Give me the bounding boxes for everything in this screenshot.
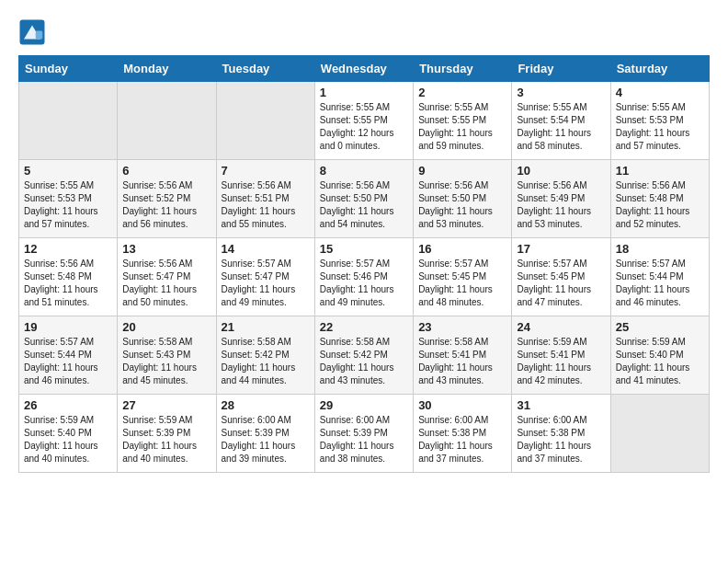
- day-number: 26: [24, 398, 112, 412]
- day-number: 6: [122, 164, 210, 178]
- calendar-cell: 20Sunrise: 5:58 AM Sunset: 5:43 PM Dayli…: [118, 316, 216, 395]
- day-number: 30: [418, 398, 506, 412]
- day-number: 9: [418, 164, 506, 178]
- calendar-cell: 17Sunrise: 5:57 AM Sunset: 5:45 PM Dayli…: [512, 238, 610, 316]
- calendar-week-2: 5Sunrise: 5:55 AM Sunset: 5:53 PM Daylig…: [19, 160, 710, 238]
- cell-info: Sunrise: 5:56 AM Sunset: 5:50 PM Dayligh…: [320, 179, 408, 231]
- weekday-header-saturday: Saturday: [610, 56, 709, 82]
- calendar-cell: 31Sunrise: 6:00 AM Sunset: 5:38 PM Dayli…: [512, 395, 610, 473]
- weekday-header-sunday: Sunday: [19, 56, 118, 82]
- weekday-header-tuesday: Tuesday: [216, 56, 314, 82]
- calendar-cell: 18Sunrise: 5:57 AM Sunset: 5:44 PM Dayli…: [610, 238, 709, 316]
- calendar-cell: 30Sunrise: 6:00 AM Sunset: 5:38 PM Dayli…: [414, 395, 512, 473]
- day-number: 4: [616, 86, 704, 99]
- calendar-cell: 3Sunrise: 5:55 AM Sunset: 5:54 PM Daylig…: [512, 82, 610, 160]
- calendar-week-3: 12Sunrise: 5:56 AM Sunset: 5:48 PM Dayli…: [19, 238, 710, 316]
- cell-info: Sunrise: 5:57 AM Sunset: 5:47 PM Dayligh…: [222, 258, 310, 309]
- calendar-cell: [216, 82, 314, 160]
- calendar-cell: [118, 82, 216, 160]
- calendar-cell: 6Sunrise: 5:56 AM Sunset: 5:52 PM Daylig…: [118, 160, 216, 238]
- calendar-cell: 21Sunrise: 5:58 AM Sunset: 5:42 PM Dayli…: [216, 316, 314, 395]
- cell-info: Sunrise: 5:55 AM Sunset: 5:55 PM Dayligh…: [320, 101, 408, 153]
- calendar-week-4: 19Sunrise: 5:57 AM Sunset: 5:44 PM Dayli…: [19, 316, 710, 395]
- page-header: [18, 18, 710, 46]
- calendar-cell: 29Sunrise: 6:00 AM Sunset: 5:39 PM Dayli…: [314, 395, 413, 473]
- cell-info: Sunrise: 5:56 AM Sunset: 5:50 PM Dayligh…: [418, 179, 506, 231]
- calendar-cell: 11Sunrise: 5:56 AM Sunset: 5:48 PM Dayli…: [610, 160, 709, 238]
- day-number: 29: [320, 398, 408, 412]
- cell-info: Sunrise: 5:57 AM Sunset: 5:44 PM Dayligh…: [616, 258, 704, 309]
- day-number: 15: [320, 242, 408, 256]
- cell-info: Sunrise: 5:55 AM Sunset: 5:53 PM Dayligh…: [24, 179, 112, 231]
- svg-rect-2: [36, 31, 43, 40]
- day-number: 1: [320, 86, 408, 99]
- calendar-cell: 10Sunrise: 5:56 AM Sunset: 5:49 PM Dayli…: [512, 160, 610, 238]
- logo: [18, 18, 50, 46]
- calendar-cell: 23Sunrise: 5:58 AM Sunset: 5:41 PM Dayli…: [414, 316, 512, 395]
- day-number: 22: [320, 320, 408, 334]
- day-number: 21: [222, 320, 310, 334]
- weekday-header-friday: Friday: [512, 56, 610, 82]
- day-number: 14: [222, 242, 310, 256]
- day-number: 2: [418, 86, 506, 99]
- day-number: 27: [122, 398, 210, 412]
- day-number: 17: [517, 242, 605, 256]
- day-number: 16: [418, 242, 506, 256]
- weekday-header-monday: Monday: [118, 56, 216, 82]
- cell-info: Sunrise: 6:00 AM Sunset: 5:38 PM Dayligh…: [517, 414, 605, 465]
- day-number: 13: [122, 242, 210, 256]
- calendar-cell: 12Sunrise: 5:56 AM Sunset: 5:48 PM Dayli…: [19, 238, 118, 316]
- cell-info: Sunrise: 5:59 AM Sunset: 5:40 PM Dayligh…: [616, 336, 704, 387]
- logo-icon: [18, 18, 46, 46]
- day-number: 11: [616, 164, 704, 178]
- calendar-cell: 24Sunrise: 5:59 AM Sunset: 5:41 PM Dayli…: [512, 316, 610, 395]
- calendar-cell: 25Sunrise: 5:59 AM Sunset: 5:40 PM Dayli…: [610, 316, 709, 395]
- cell-info: Sunrise: 6:00 AM Sunset: 5:38 PM Dayligh…: [418, 414, 506, 465]
- cell-info: Sunrise: 5:57 AM Sunset: 5:44 PM Dayligh…: [24, 336, 112, 387]
- calendar-cell: 2Sunrise: 5:55 AM Sunset: 5:55 PM Daylig…: [414, 82, 512, 160]
- cell-info: Sunrise: 5:56 AM Sunset: 5:47 PM Dayligh…: [122, 258, 210, 309]
- day-number: 18: [616, 242, 704, 256]
- calendar-cell: 26Sunrise: 5:59 AM Sunset: 5:40 PM Dayli…: [19, 395, 118, 473]
- day-number: 24: [517, 320, 605, 334]
- calendar-cell: [610, 395, 709, 473]
- day-number: 7: [222, 164, 310, 178]
- cell-info: Sunrise: 5:58 AM Sunset: 5:42 PM Dayligh…: [222, 336, 310, 387]
- day-number: 23: [418, 320, 506, 334]
- cell-info: Sunrise: 5:56 AM Sunset: 5:51 PM Dayligh…: [222, 179, 310, 231]
- day-number: 12: [24, 242, 112, 256]
- calendar-cell: 28Sunrise: 6:00 AM Sunset: 5:39 PM Dayli…: [216, 395, 314, 473]
- calendar-cell: 7Sunrise: 5:56 AM Sunset: 5:51 PM Daylig…: [216, 160, 314, 238]
- day-number: 3: [517, 86, 605, 99]
- cell-info: Sunrise: 5:58 AM Sunset: 5:43 PM Dayligh…: [122, 336, 210, 387]
- calendar-week-1: 1Sunrise: 5:55 AM Sunset: 5:55 PM Daylig…: [19, 82, 710, 160]
- cell-info: Sunrise: 5:58 AM Sunset: 5:42 PM Dayligh…: [320, 336, 408, 387]
- calendar-cell: 4Sunrise: 5:55 AM Sunset: 5:53 PM Daylig…: [610, 82, 709, 160]
- cell-info: Sunrise: 5:59 AM Sunset: 5:41 PM Dayligh…: [517, 336, 605, 387]
- calendar-table: SundayMondayTuesdayWednesdayThursdayFrid…: [18, 55, 710, 473]
- cell-info: Sunrise: 5:55 AM Sunset: 5:54 PM Dayligh…: [517, 101, 605, 153]
- cell-info: Sunrise: 6:00 AM Sunset: 5:39 PM Dayligh…: [222, 414, 310, 465]
- calendar-cell: 27Sunrise: 5:59 AM Sunset: 5:39 PM Dayli…: [118, 395, 216, 473]
- weekday-header-thursday: Thursday: [414, 56, 512, 82]
- calendar-cell: 15Sunrise: 5:57 AM Sunset: 5:46 PM Dayli…: [314, 238, 413, 316]
- day-number: 28: [222, 398, 310, 412]
- cell-info: Sunrise: 5:56 AM Sunset: 5:52 PM Dayligh…: [122, 179, 210, 231]
- weekday-header-wednesday: Wednesday: [314, 56, 413, 82]
- day-number: 31: [517, 398, 605, 412]
- day-number: 10: [517, 164, 605, 178]
- calendar-cell: 5Sunrise: 5:55 AM Sunset: 5:53 PM Daylig…: [19, 160, 118, 238]
- cell-info: Sunrise: 5:56 AM Sunset: 5:49 PM Dayligh…: [517, 179, 605, 231]
- calendar-week-5: 26Sunrise: 5:59 AM Sunset: 5:40 PM Dayli…: [19, 395, 710, 473]
- cell-info: Sunrise: 5:56 AM Sunset: 5:48 PM Dayligh…: [616, 179, 704, 231]
- cell-info: Sunrise: 5:55 AM Sunset: 5:55 PM Dayligh…: [418, 101, 506, 153]
- calendar-cell: 22Sunrise: 5:58 AM Sunset: 5:42 PM Dayli…: [314, 316, 413, 395]
- calendar-cell: [19, 82, 118, 160]
- calendar-cell: 1Sunrise: 5:55 AM Sunset: 5:55 PM Daylig…: [314, 82, 413, 160]
- calendar-cell: 8Sunrise: 5:56 AM Sunset: 5:50 PM Daylig…: [314, 160, 413, 238]
- cell-info: Sunrise: 5:58 AM Sunset: 5:41 PM Dayligh…: [418, 336, 506, 387]
- day-number: 8: [320, 164, 408, 178]
- weekday-header-row: SundayMondayTuesdayWednesdayThursdayFrid…: [19, 56, 710, 82]
- cell-info: Sunrise: 5:56 AM Sunset: 5:48 PM Dayligh…: [24, 258, 112, 309]
- day-number: 5: [24, 164, 112, 178]
